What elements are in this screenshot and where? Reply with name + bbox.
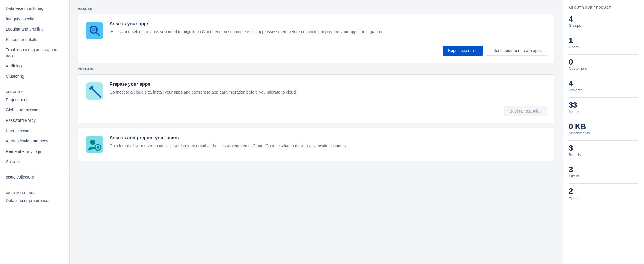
svg-point-9	[90, 140, 95, 145]
svg-rect-8	[86, 136, 103, 153]
prepare-card-title: Prepare your apps	[110, 82, 547, 87]
card-users: Assess and prepare your users Check that…	[78, 128, 554, 161]
section-label-assess: ASSESS	[78, 7, 554, 10]
stat-divider-8	[569, 183, 638, 184]
card-assess: Assess your apps Assess and select the a…	[78, 14, 554, 63]
svg-point-3	[92, 28, 96, 32]
sidebar-item-audit-log[interactable]: Audit log	[0, 61, 69, 72]
stat-filters-label: Filters	[569, 174, 638, 178]
stat-users-number: 1	[569, 37, 638, 44]
sidebar-item-allowlist[interactable]: Allowlist	[0, 157, 69, 167]
svg-point-11	[97, 146, 99, 149]
prepare-icon	[85, 82, 104, 100]
stat-customers-label: Customers	[569, 66, 638, 71]
stat-apps-label: Apps	[569, 195, 638, 200]
stat-issues: 33 Issues	[569, 101, 638, 114]
stat-groups-number: 4	[569, 15, 638, 23]
stat-projects-number: 4	[569, 80, 638, 87]
stat-attachments-number: 0 KB	[569, 123, 638, 130]
assess-card-title: Assess your apps	[110, 21, 547, 26]
sidebar-section-ui: USER INTERFACE	[0, 188, 69, 196]
sidebar-item-default-user-prefs[interactable]: Default user preferences	[0, 196, 69, 206]
stat-groups: 4 Groups	[569, 15, 638, 28]
sidebar-item-issue-collectors[interactable]: Issue collectors	[0, 172, 69, 183]
stat-divider-3	[569, 76, 638, 76]
stat-boards-number: 3	[569, 144, 638, 152]
stat-filters-number: 3	[569, 166, 638, 173]
stat-issues-number: 33	[569, 101, 638, 109]
begin-assessing-button[interactable]: Begin assessing	[443, 46, 483, 56]
sidebar-item-user-sessions[interactable]: User sessions	[0, 126, 69, 136]
stat-projects: 4 Projects	[569, 80, 638, 92]
no-migrate-apps-button[interactable]: I don't need to migrate apps	[486, 46, 547, 56]
users-card-title: Assess and prepare your users	[110, 135, 547, 140]
sidebar-item-clustering[interactable]: Clustering	[0, 71, 69, 82]
stat-groups-label: Groups	[569, 23, 638, 28]
stat-customers: 0 Customers	[569, 58, 638, 71]
stat-boards-label: Boards	[569, 152, 638, 157]
sidebar-item-auth-methods[interactable]: Authentication methods	[0, 136, 69, 147]
stat-attachments: 0 KB Attachments	[569, 123, 638, 135]
stat-divider-1	[569, 33, 638, 33]
users-card-desc: Check that all your users have valid and…	[110, 143, 547, 149]
right-panel-title: ABOUT YOUR PRODUCT	[569, 6, 638, 9]
stat-customers-number: 0	[569, 58, 638, 66]
sidebar-item-remember-login[interactable]: Remember my login	[0, 147, 69, 157]
stat-divider-5	[569, 119, 638, 119]
stat-divider-6	[569, 140, 638, 141]
stat-attachments-label: Attachments	[569, 131, 638, 135]
right-panel: ABOUT YOUR PRODUCT 4 Groups 1 Users 0 Cu…	[563, 0, 644, 264]
assess-icon	[85, 21, 104, 40]
stat-boards: 3 Boards	[569, 144, 638, 157]
sidebar-item-integrity-checker[interactable]: Integrity checker	[0, 14, 69, 24]
section-label-prepare: PREPARE	[78, 67, 554, 71]
stat-users: 1 Users	[569, 37, 638, 49]
sidebar-item-password-policy[interactable]: Password Policy	[0, 115, 69, 126]
sidebar-section-security: SECURITY	[0, 87, 69, 95]
main-content: ASSESS Assess your apps Assess and selec…	[70, 0, 563, 264]
assess-card-desc: Assess and select the apps you need to m…	[110, 29, 547, 35]
stat-users-label: Users	[569, 45, 638, 49]
stat-apps-number: 2	[569, 187, 638, 195]
sidebar: Database monitoring Integrity checker Lo…	[0, 0, 70, 264]
users-icon	[85, 135, 104, 154]
prepare-card-desc: Connect to a cloud site, install your ap…	[110, 89, 547, 95]
begin-preparation-button: Begin preparation	[504, 106, 547, 116]
sidebar-divider-1	[0, 84, 69, 84]
stat-divider-4	[569, 97, 638, 98]
sidebar-divider-2	[0, 170, 69, 170]
sidebar-divider-3	[0, 185, 69, 185]
stat-filters: 3 Filters	[569, 166, 638, 178]
stat-issues-label: Issues	[569, 109, 638, 114]
stat-divider-7	[569, 162, 638, 162]
stat-projects-label: Projects	[569, 88, 638, 92]
sidebar-item-project-roles[interactable]: Project roles	[0, 95, 69, 105]
sidebar-item-database-monitoring[interactable]: Database monitoring	[0, 3, 69, 14]
sidebar-item-global-permissions[interactable]: Global permissions	[0, 105, 69, 115]
stat-divider-2	[569, 54, 638, 55]
card-prepare: Prepare your apps Connect to a cloud sit…	[78, 74, 554, 123]
sidebar-item-scheduler-details[interactable]: Scheduler details	[0, 35, 69, 45]
sidebar-item-troubleshooting[interactable]: Troubleshooting and support tools	[0, 45, 69, 61]
sidebar-item-logging-profiling[interactable]: Logging and profiling	[0, 24, 69, 35]
stat-apps: 2 Apps	[569, 187, 638, 200]
